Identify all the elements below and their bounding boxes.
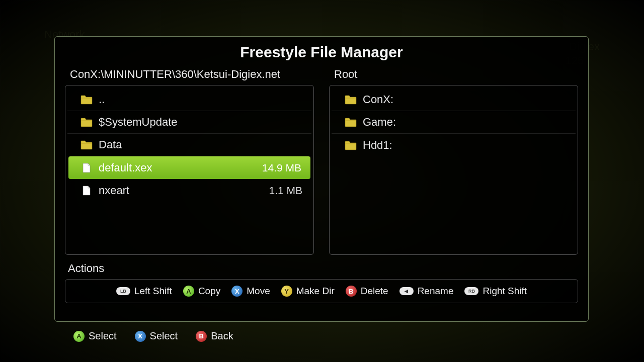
action-label: Right Shift — [482, 286, 527, 297]
action-hint[interactable]: YMake Dir — [281, 286, 335, 297]
action-hint[interactable]: XMove — [231, 286, 270, 297]
x-button-icon: X — [135, 331, 146, 342]
item-name: $SystemUpdate — [99, 116, 305, 129]
bottom-button-hints: ASelectXSelectBBack — [73, 330, 233, 342]
y-button-icon: Y — [281, 286, 292, 297]
rb-bumper-icon: RB — [464, 287, 478, 295]
list-item[interactable]: Data — [67, 134, 311, 156]
list-item[interactable]: ConX: — [332, 88, 576, 111]
a-button-icon: A — [183, 286, 194, 297]
item-size: 14.9 MB — [262, 162, 304, 174]
item-name: nxeart — [99, 184, 263, 197]
right-file-list[interactable]: ConX:Game:Hdd1: — [329, 85, 578, 255]
window-title: Freestyle File Manager — [65, 44, 578, 61]
left-file-list[interactable]: ..$SystemUpdateDatadefault.xex14.9 MBnxe… — [65, 85, 314, 255]
folder-icon — [80, 117, 93, 127]
bottom-hint-label: Select — [150, 330, 178, 342]
◀-bumper-icon: ◀ — [399, 287, 414, 295]
lb-bumper-icon: LB — [116, 287, 130, 295]
item-name: .. — [99, 93, 305, 106]
item-name: Hdd1: — [363, 139, 570, 152]
bottom-hint[interactable]: XSelect — [135, 330, 178, 342]
folder-icon — [345, 117, 357, 127]
folder-icon — [345, 140, 357, 150]
action-hint[interactable]: ACopy — [183, 286, 220, 297]
action-hint[interactable]: BDelete — [346, 286, 388, 297]
bottom-hint-label: Back — [211, 330, 233, 342]
item-name: ConX: — [363, 93, 570, 106]
item-name: Data — [99, 138, 305, 151]
item-name: default.xex — [99, 161, 256, 174]
item-name: Game: — [363, 116, 570, 129]
action-label: Delete — [361, 286, 388, 297]
list-item[interactable]: .. — [67, 88, 311, 111]
folder-icon — [345, 95, 357, 105]
list-item[interactable]: default.xex14.9 MB — [68, 156, 310, 179]
list-item[interactable]: Hdd1: — [332, 134, 576, 156]
actions-heading: Actions — [68, 262, 578, 275]
b-button-icon: B — [196, 331, 207, 342]
file-icon — [80, 163, 93, 173]
right-pane: Root ConX:Game:Hdd1: — [329, 68, 578, 255]
action-hint[interactable]: RBRight Shift — [464, 286, 527, 297]
a-button-icon: A — [73, 331, 85, 342]
actions-bar: LBLeft ShiftACopyXMoveYMake DirBDelete◀R… — [65, 279, 578, 303]
action-hint[interactable]: ◀Rename — [399, 286, 454, 297]
bottom-hint[interactable]: BBack — [196, 330, 233, 342]
file-icon — [80, 186, 93, 196]
folder-icon — [80, 95, 93, 105]
item-size: 1.1 MB — [269, 185, 305, 197]
bottom-hint-label: Select — [89, 330, 117, 342]
b-button-icon: B — [346, 286, 357, 297]
file-manager-window: Freestyle File Manager ConX:\MININUTTER\… — [54, 36, 589, 322]
action-label: Move — [247, 286, 270, 297]
x-button-icon: X — [231, 286, 243, 297]
action-hint[interactable]: LBLeft Shift — [116, 286, 172, 297]
list-item[interactable]: Game: — [332, 111, 576, 134]
left-pane: ConX:\MININUTTER\360\Ketsui-Digiex.net .… — [65, 68, 314, 255]
action-label: Copy — [198, 286, 220, 297]
bottom-hint[interactable]: ASelect — [73, 330, 117, 342]
left-pane-path: ConX:\MININUTTER\360\Ketsui-Digiex.net — [65, 68, 314, 81]
right-pane-path: Root — [329, 68, 578, 81]
action-label: Left Shift — [134, 286, 172, 297]
action-label: Make Dir — [296, 286, 335, 297]
folder-icon — [80, 140, 93, 150]
list-item[interactable]: nxeart1.1 MB — [67, 179, 311, 202]
action-label: Rename — [418, 286, 454, 297]
list-item[interactable]: $SystemUpdate — [67, 111, 311, 134]
